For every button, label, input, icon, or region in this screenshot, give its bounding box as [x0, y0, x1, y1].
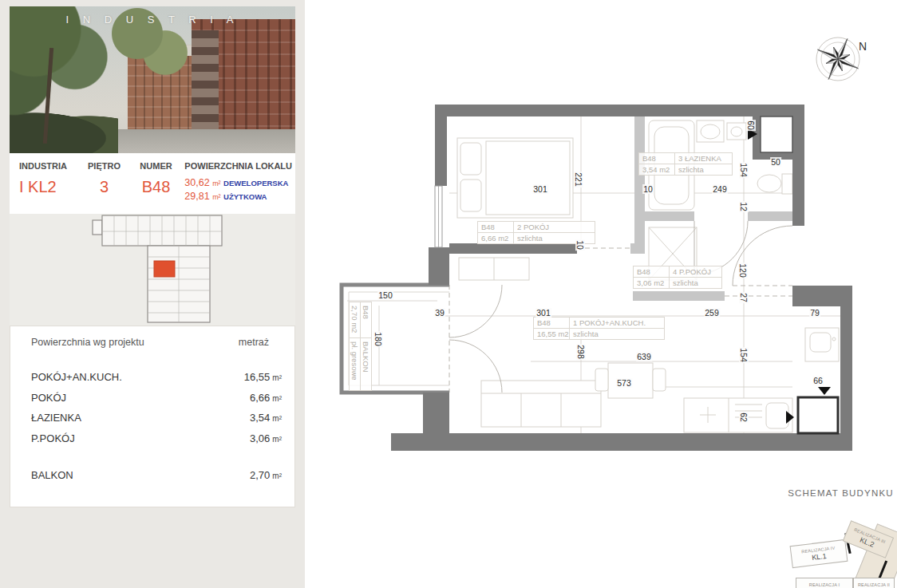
dimension-label: 180	[373, 331, 383, 347]
photo-balconies	[192, 30, 219, 134]
compass-n-label: N	[859, 40, 867, 53]
left-panel: I N D U S T R I A INDUSTRIA I KL2 PIĘTRO…	[0, 0, 305, 588]
dimension-label: 154	[739, 347, 749, 363]
dimension-label: 573	[616, 378, 632, 388]
info-number-value: B48	[128, 178, 185, 196]
dimension-label: 301	[532, 184, 548, 194]
window	[435, 186, 442, 247]
dimension-label: 154	[739, 162, 749, 178]
room-label: B481 POKÓJ+AN.KUCH.16,55 m2szlichta	[533, 317, 665, 340]
mini-floorplan	[10, 214, 295, 326]
dimension-label: 639	[636, 352, 652, 361]
dimension-label: 62	[739, 412, 749, 423]
dimension-label: 150	[377, 290, 393, 300]
building-photo: I N D U S T R I A	[10, 6, 295, 153]
photo-tree	[10, 6, 132, 136]
rooms-table: Powierzchnia wg projektu metraż POKÓJ+AN…	[10, 326, 295, 507]
info-area-label: POWIERZCHNIA LOKALU	[184, 161, 292, 171]
unit-highlight	[154, 261, 175, 277]
compass-rose	[818, 39, 859, 80]
dimension-label: 66	[812, 376, 824, 385]
dimension-label: 50	[770, 157, 781, 167]
room-label: B484 P.POKÓJ3,06 m2szlichta	[633, 266, 722, 289]
dimension-label: 39	[434, 308, 445, 318]
dimension-label: 259	[704, 308, 720, 318]
dimension-label: 10	[575, 239, 585, 251]
project-logo-text: I N D U S T R I A	[10, 14, 295, 26]
unit-info-bar: INDUSTRIA I KL2 PIĘTRO 3 NUMER B48 POWIE…	[10, 153, 295, 214]
dimension-label: 10	[642, 184, 654, 194]
info-number: NUMER B48	[128, 161, 185, 214]
dimension-label: 12	[739, 201, 749, 212]
room-row: POKÓJ+AN.KUCH.16,55m²	[10, 371, 294, 392]
schematic-block: REALIZACJA IVKL.1	[790, 539, 848, 568]
balcony-row: BALKON 2,70m²	[10, 469, 294, 490]
room-row: ŁAZIENKA3,54m²	[10, 412, 294, 432]
room-label: B483 ŁAZIENKA3,54 m2szlichta	[638, 152, 733, 176]
info-number-label: NUMER	[128, 161, 185, 171]
schematic-block: REALIZACJA IIKL.3	[853, 578, 895, 588]
info-floor-value: 3	[81, 178, 127, 196]
dimension-label: 79	[809, 308, 820, 318]
dimension-label: 60	[746, 120, 756, 131]
room-row: P.POKÓJ3,06m²	[10, 432, 294, 453]
info-area: POWIERZCHNIA LOKALU 30,62 m² DEWELOPERSK…	[184, 161, 292, 214]
shaft-top	[761, 116, 792, 152]
rooms-table-header-right: metraż	[239, 337, 269, 348]
schematic-title: SCHEMAT BUDYNKU	[784, 488, 897, 498]
area-developer: 30,62 m² DEWELOPERSKA	[184, 176, 292, 190]
building-schematic: SCHEMAT BUDYNKU REALIZACJA IVKL.1REALIZA…	[784, 488, 897, 588]
schematic-block: REALIZACJA IKL.4	[796, 578, 853, 588]
dimension-label: 249	[712, 184, 728, 194]
info-project: INDUSTRIA I KL2	[19, 161, 81, 214]
info-project-label: INDUSTRIA	[19, 161, 81, 171]
dimension-label: 120	[738, 262, 748, 278]
dimension-label: 27	[739, 292, 749, 303]
dimension-label: 301	[535, 308, 551, 318]
info-floor-label: PIĘTRO	[81, 161, 127, 171]
compass: N	[808, 24, 879, 96]
area-usable: 29,81 m² UŻYTKOWA	[184, 190, 292, 203]
shaft-bottom	[798, 397, 838, 433]
rooms-table-header-left: Powierzchnia wg projektu	[31, 337, 144, 348]
room-label: B48BALKON2,70 m2pł. gresowe	[349, 302, 372, 391]
info-floor: PIĘTRO 3	[81, 161, 127, 214]
dimension-label: 221	[574, 172, 583, 187]
dimension-label: 298	[576, 344, 586, 360]
floor-plan: B482 POKÓJ6,66 m2szlichtaB483 ŁAZIENKA3,…	[331, 100, 858, 459]
info-project-value: I KL2	[19, 178, 81, 196]
room-row: POKÓJ6,66m²	[10, 392, 294, 412]
